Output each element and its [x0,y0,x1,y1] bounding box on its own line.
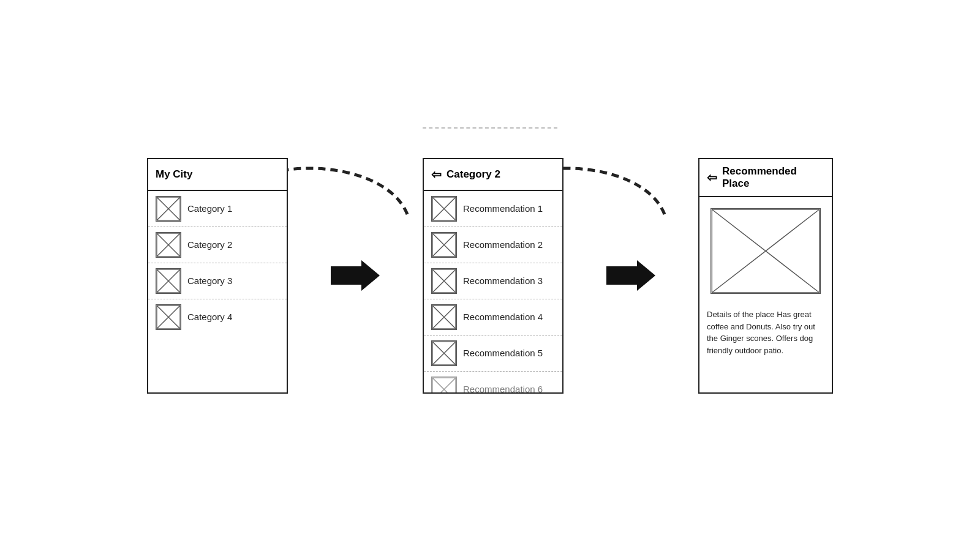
forward-arrow-1 [325,257,386,294]
rec-5-icon [431,340,457,366]
category-2-icon [156,232,181,258]
category-2-label: Category 2 [187,239,232,250]
panel-place-header: ⇦ RecommendedPlace [699,159,832,198]
rec-1-icon [431,196,457,222]
recommendation-item-1[interactable]: Recommendation 1 [424,191,562,227]
panels-and-arrows: My City Category 1 [147,158,833,394]
rec-3-icon [431,268,457,294]
category-1-label: Category 1 [187,203,232,214]
svg-rect-30 [432,377,456,393]
category-title: Category 2 [447,168,500,181]
category-4-icon [156,304,181,330]
rec-2-label: Recommendation 2 [463,239,543,250]
rec-2-icon [431,232,457,258]
place-title: RecommendedPlace [722,165,797,190]
rec-4-label: Recommendation 4 [463,312,543,322]
svg-line-32 [432,377,456,393]
category-4-label: Category 4 [187,312,232,322]
place-back-arrow-icon[interactable]: ⇦ [707,170,717,185]
top-dashed-line [423,127,557,129]
panel-category: ⇦ Category 2 Recommendation 1 [423,158,564,394]
rec-6-label: Recommendation 6 [463,384,543,394]
panel-place: ⇦ RecommendedPlace Details of the place … [698,158,833,394]
category-3-label: Category 3 [187,276,232,286]
category-3-icon [156,268,181,294]
forward-arrow-2 [600,257,662,294]
recommendation-item-2[interactable]: Recommendation 2 [424,227,562,263]
category-item-4[interactable]: Category 4 [148,299,287,335]
recommendation-item-4[interactable]: Recommendation 4 [424,299,562,335]
rec-6-icon [431,377,457,394]
diagram-container: My City Category 1 [123,92,858,459]
recommendation-item-3[interactable]: Recommendation 3 [424,263,562,299]
svg-marker-33 [606,260,655,291]
place-image-container [699,197,832,305]
city-title: My City [156,168,192,181]
category-item-1[interactable]: Category 1 [148,191,287,227]
rec-1-label: Recommendation 1 [463,203,543,214]
svg-marker-14 [331,260,380,291]
panel-city: My City Category 1 [147,158,288,394]
rec-3-label: Recommendation 3 [463,276,543,286]
category-1-icon [156,196,181,222]
category-item-3[interactable]: Category 3 [148,263,287,299]
recommendation-item-6[interactable]: Recommendation 6 [424,372,562,394]
panel-city-header: My City [148,159,287,191]
category-back-arrow-icon[interactable]: ⇦ [431,167,442,182]
category-item-2[interactable]: Category 2 [148,227,287,263]
rec-5-label: Recommendation 5 [463,348,543,358]
svg-line-31 [432,377,456,393]
panel-category-header: ⇦ Category 2 [424,159,562,191]
recommendation-item-5[interactable]: Recommendation 5 [424,335,562,372]
place-large-image [710,208,821,294]
place-details-text: Details of the place Has great coffee an… [699,305,832,362]
rec-4-icon [431,304,457,330]
